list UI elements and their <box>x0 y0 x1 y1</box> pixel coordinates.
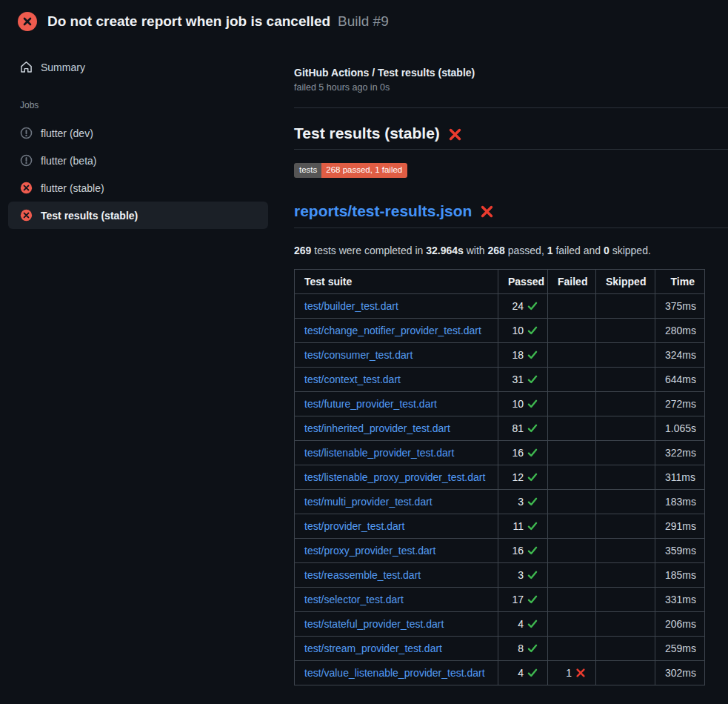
cell-passed: 12 <box>498 465 548 489</box>
cell-skipped <box>596 465 655 489</box>
cell-passed: 8 <box>498 636 548 660</box>
cell-test-suite: test/reassemble_test.dart <box>295 562 498 587</box>
cell-failed <box>548 318 596 342</box>
test-suite-link[interactable]: test/multi_provider_test.dart <box>304 496 433 508</box>
table-row: test/multi_provider_test.dart3183ms <box>295 489 705 514</box>
check-icon <box>527 642 538 653</box>
cell-time: 206ms <box>655 611 705 636</box>
sidebar-item-job-1[interactable]: flutter (beta) <box>8 147 268 174</box>
report-file-link[interactable]: reports/test-results.json <box>294 202 472 220</box>
cell-failed <box>548 538 596 562</box>
cell-time: 644ms <box>655 367 705 391</box>
sidebar-item-summary[interactable]: Summary <box>8 53 268 81</box>
neutral-status-icon <box>20 127 33 139</box>
cell-passed-count: 16 <box>512 447 524 459</box>
sidebar-job-list: flutter (dev)flutter (beta)flutter (stab… <box>0 119 276 229</box>
check-icon <box>527 447 538 457</box>
cell-skipped <box>596 660 655 685</box>
test-suite-link[interactable]: test/selector_test.dart <box>304 594 404 605</box>
cell-test-suite: test/listenable_provider_test.dart <box>295 440 498 465</box>
cell-test-suite: test/multi_provider_test.dart <box>295 489 498 514</box>
check-icon <box>527 667 538 677</box>
cell-passed: 3 <box>498 562 548 587</box>
summary-number: 0 <box>604 245 610 256</box>
cell-time: 331ms <box>655 587 705 611</box>
cell-passed: 17 <box>498 587 548 611</box>
cell-time: 311ms <box>655 465 705 489</box>
table-row: test/selector_test.dart17331ms <box>295 587 705 611</box>
column-header-test-suite: Test suite <box>295 269 498 293</box>
sidebar-item-job-3[interactable]: Test results (stable) <box>8 202 268 229</box>
results-table-header-row: Test suite Passed Failed Skipped Time <box>295 269 705 293</box>
column-header-skipped: Skipped <box>596 269 655 293</box>
cell-skipped <box>596 367 655 391</box>
cell-skipped <box>596 416 655 440</box>
cell-test-suite: test/change_notifier_provider_test.dart <box>295 318 498 342</box>
report-title: reports/test-results.json <box>294 202 728 228</box>
check-icon <box>527 422 538 433</box>
test-suite-link[interactable]: test/consumer_test.dart <box>304 349 413 361</box>
cell-test-suite: test/stream_provider_test.dart <box>295 636 498 660</box>
summary-text: skipped. <box>610 245 651 256</box>
test-suite-link[interactable]: test/listenable_provider_test.dart <box>304 447 454 459</box>
test-suite-link[interactable]: test/provider_test.dart <box>304 520 404 532</box>
test-suite-link[interactable]: test/stateful_provider_test.dart <box>304 618 444 630</box>
table-row: test/provider_test.dart11291ms <box>295 514 705 538</box>
test-suite-link[interactable]: test/inherited_provider_test.dart <box>304 422 450 434</box>
cross-icon <box>575 667 586 677</box>
test-suite-link[interactable]: test/builder_test.dart <box>304 300 398 312</box>
cell-skipped <box>596 440 655 465</box>
cell-passed-count: 3 <box>518 496 524 508</box>
cell-passed-count: 12 <box>512 471 524 483</box>
sidebar-job-label: flutter (stable) <box>41 182 104 194</box>
cell-passed: 16 <box>498 440 548 465</box>
summary-number: 269 <box>294 245 311 256</box>
cell-failed <box>548 440 596 465</box>
cell-failed-count: 1 <box>566 667 572 679</box>
sidebar-item-job-0[interactable]: flutter (dev) <box>8 119 268 147</box>
main-content: GitHub Actions / Test results (stable) f… <box>276 40 728 685</box>
page-layout: Summary Jobs flutter (dev)flutter (beta)… <box>0 40 728 685</box>
sidebar: Summary Jobs flutter (dev)flutter (beta)… <box>0 40 276 229</box>
cell-time: 280ms <box>655 318 705 342</box>
cell-passed: 10 <box>498 391 548 416</box>
cell-skipped <box>596 514 655 538</box>
test-suite-link[interactable]: test/value_listenable_provider_test.dart <box>304 667 485 679</box>
test-suite-link[interactable]: test/proxy_provider_test.dart <box>304 545 435 557</box>
table-row: test/proxy_provider_test.dart16359ms <box>295 538 705 562</box>
neutral-status-icon <box>20 154 33 167</box>
cell-failed <box>548 465 596 489</box>
test-suite-link[interactable]: test/listenable_proxy_provider_test.dart <box>304 471 485 483</box>
check-icon <box>527 349 538 359</box>
table-row: test/inherited_provider_test.dart811.065… <box>295 416 705 440</box>
cell-passed: 3 <box>498 489 548 514</box>
sidebar-item-job-2[interactable]: flutter (stable) <box>8 174 268 202</box>
cell-test-suite: test/proxy_provider_test.dart <box>295 538 498 562</box>
check-icon <box>527 545 538 555</box>
check-icon <box>527 325 538 335</box>
cell-time: 322ms <box>655 440 705 465</box>
cell-failed <box>548 342 596 367</box>
test-suite-link[interactable]: test/stream_provider_test.dart <box>304 642 442 654</box>
column-header-failed: Failed <box>548 269 596 293</box>
tests-status-badge: tests 268 passed, 1 failed <box>294 163 407 178</box>
cell-failed <box>548 514 596 538</box>
cell-skipped <box>596 562 655 587</box>
cell-failed <box>548 562 596 587</box>
sidebar-summary-label: Summary <box>41 62 85 73</box>
summary-text: passed, <box>505 245 547 256</box>
check-icon <box>527 520 538 531</box>
cell-skipped <box>596 587 655 611</box>
cell-time: 291ms <box>655 514 705 538</box>
test-suite-link[interactable]: test/future_provider_test.dart <box>304 398 437 410</box>
cell-passed-count: 4 <box>518 667 524 679</box>
summary-number: 1 <box>547 245 553 256</box>
run-title: Do not create report when job is cancell… <box>47 13 330 29</box>
test-suite-link[interactable]: test/change_notifier_provider_test.dart <box>304 325 481 336</box>
run-title-group: Do not create report when job is cancell… <box>47 13 389 30</box>
summary-number: 268 <box>488 245 505 256</box>
test-suite-link[interactable]: test/reassemble_test.dart <box>304 569 421 581</box>
section-title-text: Test results (stable) <box>294 124 440 142</box>
table-row: test/value_listenable_provider_test.dart… <box>295 660 705 685</box>
test-suite-link[interactable]: test/context_test.dart <box>304 373 401 385</box>
